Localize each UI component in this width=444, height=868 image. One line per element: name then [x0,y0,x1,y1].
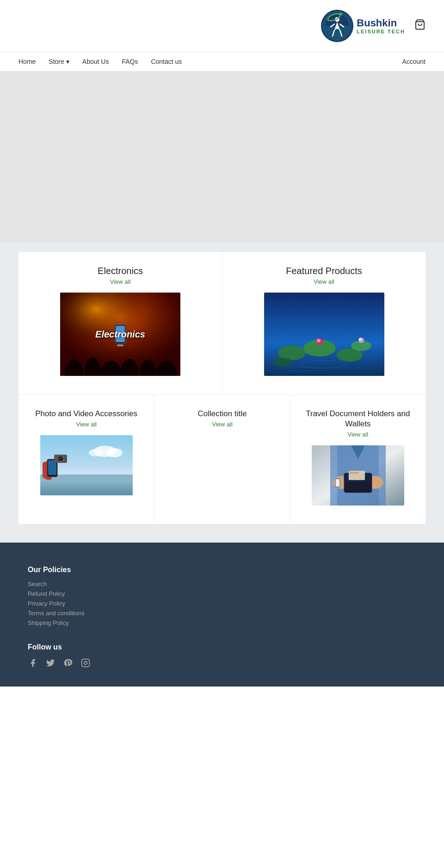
nav-home[interactable]: Home [18,58,36,65]
generic-viewall[interactable]: View all [212,421,233,428]
svg-point-26 [359,338,362,341]
svg-rect-16 [117,344,123,346]
collection-generic: Collection title View all [154,395,290,524]
electronics-img-label: Electronics [95,329,145,340]
featured-title: Featured Products [286,266,362,276]
collection-photo: Photo and Video Accessories View all [18,395,154,524]
svg-point-22 [273,357,292,367]
facebook-icon[interactable] [28,658,38,668]
instagram-icon[interactable] [80,658,91,668]
svg-point-38 [59,457,62,460]
chevron-down-icon: ▾ [66,58,69,65]
header: Bushkin LEISURE TECH [0,0,444,52]
photo-image[interactable] [40,435,133,495]
footer-link-shipping[interactable]: Shipping Policy [28,619,416,626]
travel-title: Travel Document Holders and Wallets [304,409,412,429]
hero-banner [0,71,444,243]
electronics-image[interactable]: Electronics [60,293,180,376]
logo-text: Bushkin LEISURE TECH [357,18,405,34]
svg-rect-51 [82,659,90,667]
photo-svg [40,435,133,495]
footer-link-search[interactable]: Search [28,581,416,587]
nav-faqs[interactable]: FAQs [122,58,138,65]
featured-svg [264,293,384,376]
svg-rect-48 [350,472,359,474]
travel-viewall[interactable]: View all [348,431,369,438]
nav: Home Store ▾ About Us FAQs Contact us Ac… [0,52,444,71]
generic-title: Collection title [198,409,247,419]
logo-sub: LEISURE TECH [357,29,405,34]
svg-point-32 [89,449,103,456]
footer-policies-heading: Our Policies [28,566,416,574]
nav-contact[interactable]: Contact us [151,58,182,65]
footer-link-terms[interactable]: Terms and conditions [28,610,416,617]
footer-follow: Follow us [28,643,416,668]
electronics-title: Electronics [98,266,143,276]
svg-point-24 [317,339,321,343]
nav-links: Home Store ▾ About Us FAQs Contact us [18,58,402,65]
electronics-img-bg: Electronics [60,293,180,376]
collection-electronics: Electronics View all [18,252,222,394]
photo-title: Photo and Video Accessories [35,409,137,419]
collections-wrapper: Electronics View all [0,243,444,543]
pinterest-icon[interactable] [63,658,73,668]
social-icons [28,658,416,668]
travel-svg [312,445,404,506]
logo-icon [321,9,354,43]
svg-rect-50 [336,479,339,487]
nav-store[interactable]: Store ▾ [49,58,69,65]
logo: Bushkin LEISURE TECH [321,9,405,43]
svg-point-3 [339,12,342,15]
nav-about[interactable]: About Us [82,58,109,65]
collection-travel: Travel Document Holders and Wallets View… [290,395,426,524]
footer-link-privacy[interactable]: Privacy Policy [28,600,416,607]
electronics-viewall[interactable]: View all [110,278,131,285]
bottom-collections-row: Photo and Video Accessories View all [18,394,426,524]
featured-image[interactable] [264,293,384,376]
photo-viewall[interactable]: View all [76,421,97,428]
footer-policies: Our Policies Search Refund Policy Privac… [28,566,416,626]
svg-point-31 [106,448,123,457]
nav-account[interactable]: Account [402,58,426,65]
cart-icon[interactable] [414,19,426,33]
collection-featured: Featured Products View all [222,252,426,394]
twitter-icon[interactable] [45,658,56,668]
footer-follow-heading: Follow us [28,643,416,651]
footer-link-refund[interactable]: Refund Policy [28,590,416,597]
logo-brand: Bushkin [357,18,405,29]
footer: Our Policies Search Refund Policy Privac… [0,543,444,687]
top-collections-row: Electronics View all [18,252,426,394]
travel-image[interactable] [312,445,404,506]
featured-viewall[interactable]: View all [314,278,334,285]
svg-rect-33 [40,475,133,495]
